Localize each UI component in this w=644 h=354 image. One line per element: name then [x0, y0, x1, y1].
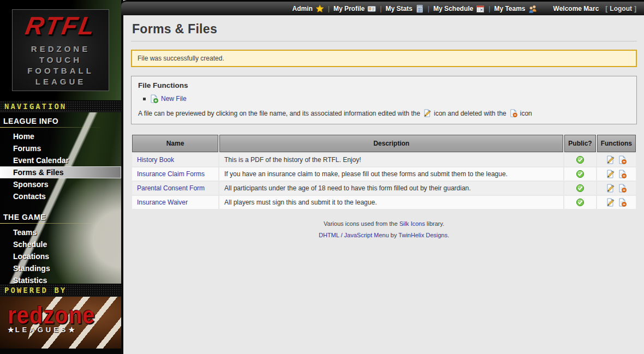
- sidebar-item-teams[interactable]: Teams: [0, 226, 121, 238]
- topbar-my-schedule-label: My Schedule: [433, 5, 473, 13]
- topbar-my-teams-link[interactable]: My Teams: [494, 4, 536, 13]
- delete-file-button[interactable]: [618, 155, 627, 164]
- file-functions-help: A file can be previewed by clicking on t…: [138, 109, 630, 117]
- sidebar-item-locations[interactable]: Locations: [0, 250, 121, 262]
- credit-text: by: [391, 232, 397, 238]
- footer-credits: Various icons used from the Silk Icons l…: [131, 220, 637, 238]
- logout-button[interactable]: Logout: [610, 5, 632, 13]
- twinhelix-credit: DHTML / JavaScript Menu by TwinHelix Des…: [131, 232, 637, 238]
- welcome-text: Welcome Marc: [553, 5, 599, 13]
- delete-file-button[interactable]: [618, 184, 627, 193]
- redzone-leagues-logo: redzone ★LEAGUES★: [0, 297, 121, 349]
- file-functions-title: File Functions: [138, 81, 630, 89]
- topbar-my-profile-link[interactable]: My Profile: [333, 4, 376, 13]
- navigation-band: NAVIGATION: [0, 100, 121, 112]
- topbar-admin-link[interactable]: Admin: [292, 4, 324, 13]
- page-add-icon: [150, 94, 158, 103]
- powered-by-band: POWERED BY: [0, 284, 121, 297]
- edit-file-button[interactable]: [606, 198, 615, 207]
- calendar-icon: [476, 4, 485, 13]
- success-notice: File was successfully created.: [131, 50, 637, 67]
- file-name-link[interactable]: Parental Consent Form: [137, 184, 205, 192]
- topbar-my-schedule-link[interactable]: My Schedule: [433, 4, 485, 13]
- sidebar-item-event-calendar[interactable]: Event Calendar: [0, 154, 121, 166]
- league-logo-line: FOOTBALL: [27, 65, 94, 76]
- section-title-league-info: LEAGUE INFO: [0, 112, 121, 127]
- league-logo-line: TOUCH: [39, 55, 82, 65]
- league-logo-line: LEAGUE: [35, 76, 86, 87]
- sidebar-item-sponsors[interactable]: Sponsors: [0, 178, 121, 190]
- public-yes-icon: [576, 170, 585, 178]
- silk-icons-link[interactable]: Silk Icons: [399, 220, 425, 227]
- sidebar-item-contacts[interactable]: Contacts: [0, 190, 121, 202]
- column-header-name: Name: [132, 135, 218, 152]
- help-text-after: icon: [520, 110, 532, 117]
- sidebar: RTFL REDZONE TOUCH FOOTBALL LEAGUE NAVIG…: [0, 0, 121, 354]
- page-delete-icon: [509, 109, 517, 117]
- table-row: Insurance Claim Forms If you have an ins…: [132, 167, 636, 181]
- navigation-band-label: NAVIGATION: [4, 102, 67, 111]
- credit-text: Various icons used from the: [324, 220, 398, 227]
- credit-text: library.: [427, 220, 444, 227]
- page-edit-icon: [423, 109, 431, 117]
- new-file-button[interactable]: New File: [150, 94, 187, 103]
- sidebar-item-statistics[interactable]: Statistics: [0, 274, 121, 284]
- group-icon: [528, 4, 537, 13]
- table-row: Insurance Waiver All players must sign t…: [132, 196, 636, 209]
- help-text-mid: icon and deleted with the: [434, 110, 506, 117]
- list-bullet: [143, 98, 146, 100]
- sidebar-item-home[interactable]: Home: [0, 130, 121, 142]
- league-logo-acronym: RTFL: [23, 13, 98, 38]
- vcard-icon: [367, 4, 376, 13]
- public-yes-icon: [576, 184, 585, 193]
- edit-file-button[interactable]: [606, 184, 615, 193]
- logout-bracket: [: [605, 5, 607, 13]
- topbar-separator: |: [488, 5, 490, 13]
- file-name-link[interactable]: Insurance Claim Forms: [137, 170, 205, 178]
- new-file-label: New File: [161, 95, 187, 103]
- table-row: Parental Consent Form All participants u…: [132, 182, 636, 195]
- file-functions-panel: File Functions New File A file can be pr…: [131, 76, 637, 124]
- sidebar-item-forums[interactable]: Forums: [0, 142, 121, 154]
- sidebar-item-standings[interactable]: Standings: [0, 262, 121, 274]
- topbar-separator: |: [380, 5, 381, 13]
- new-file-row: New File: [143, 94, 630, 103]
- file-name-link[interactable]: History Book: [137, 156, 174, 164]
- calculator-icon: [415, 4, 424, 13]
- redzone-logo-text: redzone ★LEAGUES★: [8, 303, 95, 334]
- edit-file-button[interactable]: [606, 155, 615, 164]
- twinhelix-link[interactable]: TwinHelix Designs: [398, 232, 448, 238]
- section-underline: [0, 223, 121, 224]
- column-header-functions: Functions: [597, 135, 636, 152]
- league-logo: RTFL REDZONE TOUCH FOOTBALL LEAGUE: [0, 0, 121, 100]
- delete-file-button[interactable]: [618, 198, 627, 207]
- sidebar-item-schedule[interactable]: Schedule: [0, 238, 121, 250]
- sidebar-menu: LEAGUE INFO Home Forums Event Calendar F…: [0, 112, 121, 284]
- powered-by-label: POWERED BY: [4, 286, 67, 295]
- files-table-header-row: Name Description Public? Functions: [132, 135, 636, 152]
- topbar-separator: |: [328, 5, 330, 13]
- dhtml-menu-link[interactable]: DHTML / JavaScript Menu: [319, 232, 389, 238]
- credit-text: .: [448, 232, 449, 238]
- logout-bracket: ]: [634, 5, 636, 13]
- edit-file-button[interactable]: [606, 170, 615, 178]
- column-header-public: Public?: [564, 135, 595, 152]
- public-yes-icon: [576, 155, 585, 164]
- delete-file-button[interactable]: [618, 170, 627, 178]
- section-underline: [0, 127, 121, 128]
- star-icon: [315, 4, 324, 13]
- redzone-logo-name: redzone: [8, 303, 95, 327]
- public-yes-icon: [576, 198, 585, 207]
- page-title: Forms & Files: [132, 22, 637, 37]
- table-row: History Book This is a PDF of the histor…: [132, 153, 636, 166]
- logout-wrap: [ Logout ]: [605, 5, 636, 13]
- topbar-my-stats-link[interactable]: My Stats: [385, 4, 424, 13]
- column-header-description: Description: [219, 135, 563, 152]
- help-text-before: A file can be previewed by clicking on t…: [138, 110, 420, 117]
- sidebar-item-forms-files[interactable]: Forms & Files: [0, 166, 121, 178]
- file-name-link[interactable]: Insurance Waiver: [137, 199, 188, 206]
- file-description: If you have an insurance claim to make, …: [219, 167, 563, 181]
- silk-icons-credit: Various icons used from the Silk Icons l…: [131, 220, 637, 227]
- sidebar-bottom-strip: [0, 349, 121, 354]
- title-divider: [131, 41, 637, 41]
